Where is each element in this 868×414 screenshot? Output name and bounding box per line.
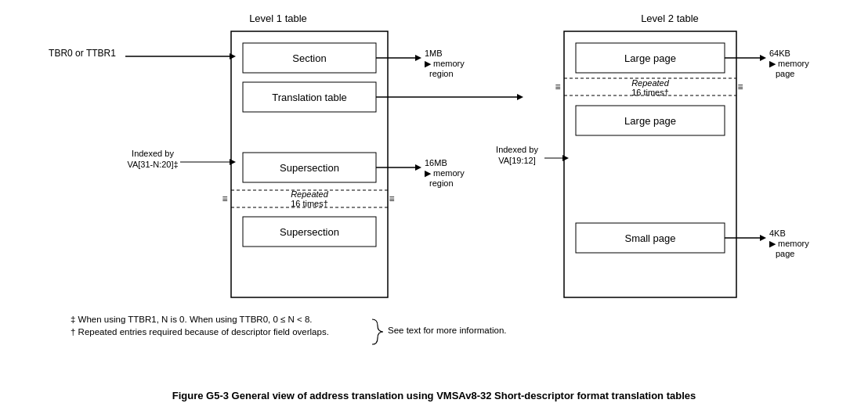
eq-right-l2: ≡ <box>737 81 743 92</box>
arrow-16mb-text2: ▶ memory <box>425 168 465 178</box>
section-label: Section <box>292 52 326 64</box>
repeated-l1-line1: Repeated <box>291 189 329 199</box>
footnote1-text: ‡ When using TTBR1, N is 0. When using T… <box>71 315 313 324</box>
large-page-arrow-head <box>760 55 766 61</box>
level1-label: Level 1 table <box>249 13 307 24</box>
eq-left-l2: ≡ <box>555 81 560 92</box>
arrow-4kb-text3: page <box>776 249 794 258</box>
indexed-va1-line1: Indexed by <box>132 149 174 158</box>
section-arrow-head <box>415 55 421 61</box>
tbr-label: TBR0 or TTBR1 <box>49 48 116 59</box>
arrow-64kb-text3: page <box>776 69 794 78</box>
eq-right-l1: ≡ <box>389 193 394 204</box>
small-page-arrow-head <box>760 235 766 241</box>
repeated-l1-line2: 16 times† <box>291 199 328 208</box>
arrow-1mb-text2: ▶ memory <box>425 59 465 68</box>
footnote2-text: † Repeated entries required because of d… <box>71 327 329 337</box>
arrow-4kb-text1: 4KB <box>769 229 786 238</box>
repeated-l2-line1: Repeated <box>631 78 670 88</box>
arrow-64kb-text2: ▶ memory <box>769 59 809 68</box>
translation-table-label: Translation table <box>272 92 347 103</box>
large-page-bot-label: Large page <box>624 115 676 127</box>
arrow-1mb-text1: 1MB <box>425 49 443 58</box>
small-page-label: Small page <box>624 232 675 244</box>
brace-text: See text for more information. <box>388 326 506 335</box>
arrow-16mb-text3: region <box>429 178 454 188</box>
level2-label: Level 2 table <box>641 13 699 24</box>
supersection-top-label: Supersection <box>280 162 339 174</box>
supersection-bot-label: Supersection <box>280 226 339 238</box>
supersection-arrow-head <box>415 164 421 171</box>
diagram: Level 1 table Section Translation table … <box>0 0 868 414</box>
arrow-64kb-text1: 64KB <box>769 49 790 58</box>
figure-caption: Figure G5-3 General view of address tran… <box>172 390 696 401</box>
indexed-va2-line2: VA[19:12] <box>498 156 536 165</box>
repeated-l2-line2: 16 times† <box>631 88 669 97</box>
large-page-top-label: Large page <box>624 52 676 64</box>
indexed-va1-line2: VA[31-N:20]‡ <box>127 160 178 169</box>
arrow-4kb-text2: ▶ memory <box>769 239 809 248</box>
footnote-brace <box>372 319 383 344</box>
arrow-1mb-text3: region <box>429 69 454 78</box>
indexed-va2-line1: Indexed by <box>496 145 538 154</box>
eq-left-l1: ≡ <box>222 193 227 204</box>
transtable-to-l2-head <box>517 94 523 100</box>
arrow-16mb-text1: 16MB <box>425 158 447 167</box>
